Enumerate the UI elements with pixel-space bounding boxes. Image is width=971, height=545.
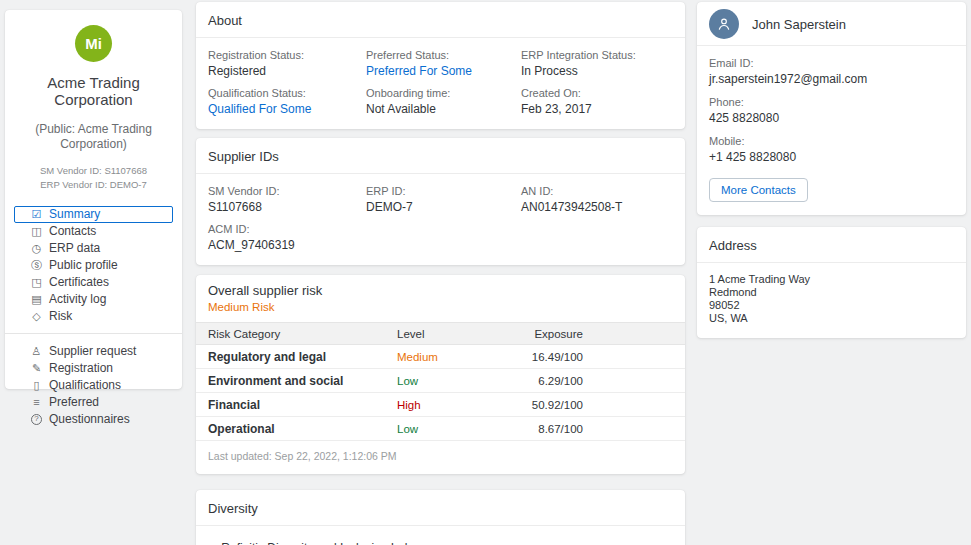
sidebar-item-contacts[interactable]: ◫ Contacts — [14, 223, 173, 240]
registration-status-value: Registered — [208, 64, 366, 78]
sidebar-item-label: ERP data — [49, 241, 100, 255]
onboarding-time-field: Onboarding time: Not Available — [366, 87, 521, 116]
contact-name: John Saperstein — [752, 17, 846, 32]
risk-col-level: Level — [397, 328, 507, 340]
sm-vendor-id: SM Vendor ID: S1107668 — [5, 164, 182, 179]
sidebar-item-questionnaires[interactable]: ? Questionnaires — [14, 411, 173, 428]
about-fields: Registration Status: Registered Preferre… — [196, 38, 685, 129]
sidebar-item-preferred[interactable]: ≡ Preferred — [14, 394, 173, 411]
sidebar-item-label: Public profile — [49, 258, 118, 272]
risk-category: Regulatory and legal — [208, 350, 397, 364]
public-profile-icon: ⓢ — [30, 258, 43, 273]
table-row: Operational Low 8.67/100 — [196, 417, 685, 441]
sidebar-item-qualifications[interactable]: ▯ Qualifications — [14, 377, 173, 394]
preferred-status-link[interactable]: Preferred For Some — [366, 64, 521, 78]
main-content: About Registration Status: Registered Pr… — [196, 2, 685, 545]
preferred-status-field: Preferred Status: Preferred For Some — [366, 49, 521, 78]
about-title: About — [208, 13, 242, 28]
address-line: 1 Acme Trading Way — [709, 273, 954, 286]
diversity-item-refinitiv[interactable]: › Refinitiv Diversity and Inclusion Inde… — [196, 526, 685, 545]
erp-id-value: DEMO-7 — [366, 200, 521, 214]
sidebar-item-activity-log[interactable]: ▤ Activity log — [14, 291, 173, 308]
risk-title: Overall supplier risk — [208, 283, 673, 298]
address-line: US, WA — [709, 312, 954, 325]
risk-card: Overall supplier risk Medium Risk Risk C… — [196, 275, 685, 474]
sidebar: Mi Acme Trading Corporation (Public: Acm… — [5, 10, 182, 389]
created-on-field: Created On: Feb 23, 2017 — [521, 87, 673, 116]
questionnaires-icon: ? — [30, 414, 43, 425]
erp-vendor-id-value: DEMO-7 — [110, 179, 147, 190]
created-on-value: Feb 23, 2017 — [521, 102, 673, 116]
risk-table-header: Risk Category Level Exposure — [196, 322, 685, 345]
sidebar-item-summary[interactable]: ☑ Summary — [14, 206, 173, 223]
sm-vendor-id-label: SM Vendor ID: — [40, 165, 102, 176]
risk-col-exposure: Exposure — [507, 328, 583, 340]
risk-category: Financial — [208, 398, 397, 412]
phone-label: Phone: — [709, 96, 954, 108]
qualifications-icon: ▯ — [30, 379, 43, 392]
address-line: Redmond — [709, 286, 954, 299]
company-public-name: (Public: Acme Trading Corporation) — [21, 122, 166, 152]
qualification-status-field: Qualification Status: Qualified For Some — [208, 87, 366, 116]
risk-icon: ◇ — [30, 310, 43, 323]
right-panel: John Saperstein Email ID: jr.saperstein1… — [697, 2, 966, 338]
sidebar-item-registration[interactable]: ✎ Registration — [14, 360, 173, 377]
supplier-ids-card: Supplier IDs SM Vendor ID: S1107668 ERP … — [196, 138, 685, 265]
onboarding-time-value: Not Available — [366, 102, 521, 116]
person-icon — [715, 15, 733, 33]
email-link[interactable]: jr.saperstein1972@gmail.com — [709, 72, 954, 86]
table-row: Environment and social Low 6.29/100 — [196, 369, 685, 393]
supplier-ids-title: Supplier IDs — [208, 149, 279, 164]
sidebar-item-public-profile[interactable]: ⓢ Public profile — [14, 257, 173, 274]
company-logo: Mi — [75, 25, 112, 62]
more-contacts-button[interactable]: More Contacts — [709, 178, 808, 202]
nav-divider — [5, 333, 182, 334]
address-title: Address — [709, 238, 757, 253]
sidebar-item-certificates[interactable]: ◳ Certificates — [14, 274, 173, 291]
sidebar-nav: ☑ Summary ◫ Contacts ◷ ERP data ⓢ Public… — [5, 206, 182, 428]
sidebar-item-label: Supplier request — [49, 344, 136, 358]
sm-vendor-id-label: SM Vendor ID: — [208, 185, 366, 197]
mobile-value: +1 425 8828080 — [709, 150, 954, 164]
sidebar-item-label: Preferred — [49, 395, 99, 409]
sm-vendor-id-value: S1107668 — [208, 200, 366, 214]
company-name: Acme Trading Corporation — [19, 74, 168, 109]
address-card: Address 1 Acme Trading Way Redmond 98052… — [697, 227, 966, 338]
preferred-icon: ≡ — [30, 396, 43, 408]
risk-col-category: Risk Category — [208, 328, 397, 340]
activity-log-icon: ▤ — [30, 293, 43, 306]
acm-id-label: ACM ID: — [208, 223, 366, 235]
sidebar-item-erp-data[interactable]: ◷ ERP data — [14, 240, 173, 257]
vendor-ids: SM Vendor ID: S1107668 ERP Vendor ID: DE… — [5, 164, 182, 193]
qualification-status-link[interactable]: Qualified For Some — [208, 102, 366, 116]
erp-vendor-id: ERP Vendor ID: DEMO-7 — [5, 178, 182, 193]
summary-icon: ☑ — [30, 208, 43, 221]
erp-id-field: ERP ID: DEMO-7 — [366, 185, 521, 214]
sm-vendor-id-field: SM Vendor ID: S1107668 — [208, 185, 366, 214]
diversity-title: Diversity — [208, 501, 258, 516]
sidebar-item-label: Registration — [49, 361, 113, 375]
acm-id-field: ACM ID: ACM_97406319 — [208, 223, 366, 252]
risk-header: Overall supplier risk Medium Risk — [196, 275, 685, 322]
phone-value: 425 8828080 — [709, 111, 954, 125]
sidebar-item-risk[interactable]: ◇ Risk — [14, 308, 173, 325]
address-lines: 1 Acme Trading Way Redmond 98052 US, WA — [697, 263, 966, 338]
supplier-ids-fields: SM Vendor ID: S1107668 ERP ID: DEMO-7 AN… — [196, 174, 685, 265]
risk-level: High — [397, 399, 507, 411]
an-id-label: AN ID: — [521, 185, 673, 197]
supplier-request-icon: ♙ — [30, 345, 43, 358]
phone-field: Phone: 425 8828080 — [709, 96, 954, 125]
risk-last-updated: Last updated: Sep 22, 2022, 1:12:06 PM — [196, 441, 685, 474]
erp-vendor-id-label: ERP Vendor ID: — [40, 179, 107, 190]
risk-category: Operational — [208, 422, 397, 436]
preferred-status-label: Preferred Status: — [366, 49, 521, 61]
mobile-field: Mobile: +1 425 8828080 — [709, 135, 954, 164]
diversity-header: Diversity — [196, 490, 685, 526]
risk-category: Environment and social — [208, 374, 397, 388]
an-id-value: AN01473942508-T — [521, 200, 673, 214]
sidebar-item-supplier-request[interactable]: ♙ Supplier request — [14, 343, 173, 360]
sidebar-item-label: Certificates — [49, 275, 109, 289]
overall-risk-level: Medium Risk — [208, 301, 673, 313]
sidebar-item-label: Summary — [49, 207, 100, 221]
contact-card: John Saperstein Email ID: jr.saperstein1… — [697, 2, 966, 215]
